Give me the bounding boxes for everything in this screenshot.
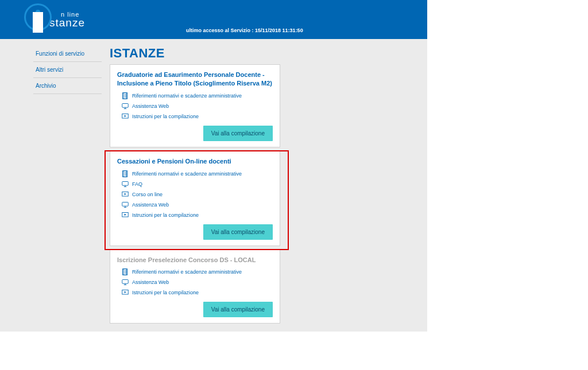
svg-marker-24 (125, 213, 127, 215)
monitor-icon (122, 181, 129, 188)
card-link-label: Assistenza Web (132, 279, 169, 285)
card-link[interactable]: Assistenza Web (117, 201, 273, 208)
card-link[interactable]: Riferimenti normativi e scadenze amminis… (117, 268, 273, 275)
card-title: Graduatorie ad Esaurimento Personale Doc… (117, 71, 273, 88)
card-link-label: Assistenza Web (132, 103, 169, 109)
card-link[interactable]: Assistenza Web (117, 103, 273, 110)
compile-button[interactable]: Vai alla compilazione (203, 302, 273, 317)
svg-marker-19 (125, 193, 127, 194)
card-action: Vai alla compilazione (117, 302, 273, 317)
play-icon (122, 289, 129, 296)
page-title: ISTANZE (110, 46, 423, 61)
cards-container: Graduatorie ad Esaurimento Personale Doc… (110, 64, 280, 324)
card-link-label: FAQ (132, 181, 142, 187)
istanza-card: Cessazioni e Pensioni On-line docentiRif… (110, 151, 280, 246)
last-access-value: 15/11/2018 11:31:50 (255, 28, 303, 33)
card-title: Cessazioni e Pensioni On-line docenti (117, 157, 273, 166)
sidebar: Funzioni di servizio Altri servizi Archi… (0, 41, 106, 332)
card-link-label: Assistenza Web (132, 202, 169, 208)
monitor-icon (122, 279, 129, 286)
svg-marker-9 (125, 115, 127, 116)
svg-rect-30 (122, 280, 129, 284)
card-link-label: Riferimenti normativi e scadenze amminis… (132, 93, 242, 99)
card-action: Vai alla compilazione (117, 126, 273, 141)
main: ISTANZE Graduatorie ad Esaurimento Perso… (106, 41, 427, 332)
compile-button[interactable]: Vai alla compilazione (203, 224, 273, 240)
istanza-card: Iscrizione Preselezione Concorso DS - LO… (110, 250, 280, 324)
istanza-card: Graduatorie ad Esaurimento Personale Doc… (110, 64, 280, 147)
card-link-label: Istruzioni per la compilazione (132, 212, 199, 218)
svg-rect-20 (122, 202, 129, 206)
play-icon (122, 212, 129, 219)
last-access: ultimo accesso al Servizio : 15/11/2018 … (186, 28, 303, 33)
card-link-label: Istruzioni per la compilazione (132, 114, 199, 119)
play-icon (122, 191, 129, 198)
document-icon (122, 170, 129, 177)
sidebar-item-archivio[interactable]: Archivio (33, 78, 102, 94)
compile-button[interactable]: Vai alla compilazione (203, 126, 273, 141)
svg-rect-5 (122, 103, 129, 107)
card-link[interactable]: Istruzioni per la compilazione (117, 113, 273, 120)
card-link[interactable]: Assistenza Web (117, 279, 273, 286)
document-icon (122, 92, 129, 99)
card-link-label: Riferimenti normativi e scadenze amminis… (132, 269, 242, 275)
monitor-icon (122, 201, 129, 208)
card-link[interactable]: FAQ (117, 181, 273, 188)
svg-marker-34 (125, 291, 127, 293)
logo-line2: stanze (49, 17, 85, 29)
card-action: Vai alla compilazione (117, 224, 273, 240)
card-link[interactable]: Riferimenti normativi e scadenze amminis… (117, 92, 273, 99)
header: n line stanze ultimo accesso al Servizio… (0, 0, 427, 39)
play-icon (122, 113, 129, 120)
sidebar-item-funzioni[interactable]: Funzioni di servizio (33, 46, 102, 62)
card-link[interactable]: Corso on line (117, 191, 273, 198)
monitor-icon (122, 103, 129, 110)
logo: n line stanze (24, 3, 85, 31)
card-link-label: Istruzioni per la compilazione (132, 290, 199, 295)
sidebar-item-altri-servizi[interactable]: Altri servizi (33, 62, 102, 78)
card-title: Iscrizione Preselezione Concorso DS - LO… (117, 256, 273, 264)
svg-rect-15 (122, 181, 129, 185)
card-link[interactable]: Istruzioni per la compilazione (117, 212, 273, 219)
document-icon (122, 268, 129, 275)
logo-text: n line stanze (49, 11, 85, 29)
card-link[interactable]: Riferimenti normativi e scadenze amminis… (117, 170, 273, 177)
card-link-label: Corso on line (132, 192, 163, 197)
last-access-label: ultimo accesso al Servizio : (186, 28, 254, 33)
card-link-label: Riferimenti normativi e scadenze amminis… (132, 171, 242, 177)
logo-circle-icon (24, 3, 52, 31)
card-link[interactable]: Istruzioni per la compilazione (117, 289, 273, 296)
